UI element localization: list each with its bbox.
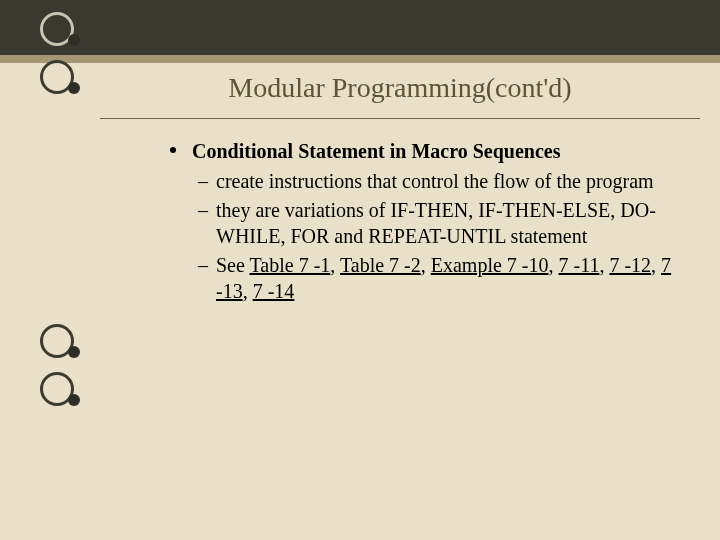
reference-link[interactable]: Table 7 -1 [250,254,331,276]
sub-text: create instructions that control the flo… [216,170,654,192]
sub-text: they are variations of IF-THEN, IF-THEN-… [216,199,656,247]
reference-link[interactable]: 7 -12 [609,254,651,276]
bullet-item: Conditional Statement in Macro Sequences [170,138,675,164]
spiral-hole-icon [68,394,80,406]
bullet-label: Conditional Statement in Macro Sequences [192,140,561,162]
slide: Modular Programming(cont'd) Conditional … [0,0,720,540]
sub-item: – they are variations of IF-THEN, IF-THE… [170,197,675,250]
see-prefix: See [216,254,250,276]
sub-item: – create instructions that control the f… [170,168,675,194]
spiral-binding [30,0,80,540]
header-accent-strip [0,55,720,63]
dash-icon: – [198,252,208,278]
reference-link[interactable]: 7 -11 [559,254,600,276]
separator: , [421,254,431,276]
separator: , [651,254,661,276]
dash-icon: – [198,168,208,194]
bullet-dot-icon [170,147,176,153]
spiral-hole-icon [68,346,80,358]
slide-title: Modular Programming(cont'd) [120,72,680,104]
separator: , [599,254,609,276]
separator: , [330,254,340,276]
header-dark-band [0,0,720,60]
spiral-hole-icon [68,82,80,94]
reference-link[interactable]: Example 7 -10 [431,254,549,276]
separator: , [549,254,559,276]
dash-icon: – [198,197,208,223]
title-underline [100,118,700,119]
reference-link[interactable]: Table 7 -2 [340,254,421,276]
sub-item-references: – See Table 7 -1, Table 7 -2, Example 7 … [170,252,675,305]
separator: , [243,280,253,302]
slide-body: Conditional Statement in Macro Sequences… [170,138,675,306]
reference-link[interactable]: 7 -14 [253,280,295,302]
spiral-hole-icon [68,34,80,46]
